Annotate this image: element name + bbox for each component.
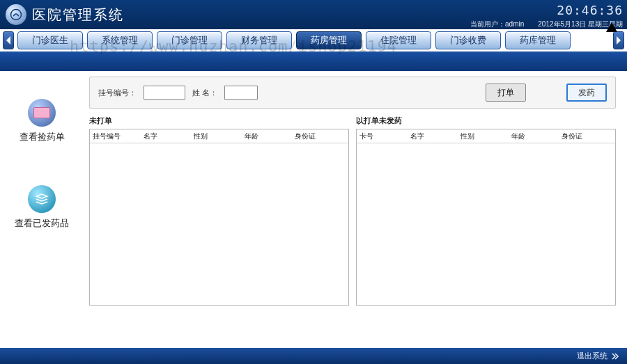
right-grid[interactable]: 卡号名字性别年龄身份证 [356,129,616,306]
column-header: 身份证 [295,132,346,141]
main-tab-strip: 门诊医生系统管理门诊管理财务管理药房管理住院管理门诊收费药库管理 [0,29,627,53]
left-grid[interactable]: 挂号编号名字性别年龄身份证 [89,129,349,306]
clock: 20:46:36 [470,1,623,19]
sub-band [0,53,627,71]
column-header: 性别 [460,132,511,141]
right-grid-header: 卡号名字性别年龄身份证 [357,129,615,143]
main-content: 挂号编号： 姓 名： 打单 发药 未打单 挂号编号名字性别年龄身份证 以打单未发… [84,71,627,348]
column-header: 身份证 [562,132,612,141]
tab-scroll-left-button[interactable] [3,31,14,49]
right-panel: 以打单未发药 卡号名字性别年龄身份证 [356,116,616,306]
current-user: 当前用户：admin [470,19,524,29]
right-panel-caption: 以打单未发药 [356,116,616,126]
status-bar: 退出系统 [0,348,627,364]
column-header: 年龄 [245,132,295,141]
tab-2[interactable]: 门诊管理 [157,31,222,49]
sidebar-item-view-dispensed[interactable]: 查看已发药品 [0,185,84,230]
column-header: 名字 [410,132,461,141]
left-grid-header: 挂号编号名字性别年龄身份证 [90,129,348,143]
title-bar: 医院管理系统 20:46:36 当前用户：admin 2012年5月13日 星期… [0,0,627,29]
workspace: 查看捡药单 查看已发药品 挂号编号： 姓 名： 打单 发药 未打单 挂号编号名字… [0,71,627,348]
tab-4[interactable]: 药房管理 [296,31,362,49]
column-header: 挂号编号 [93,132,144,141]
app-logo-icon [6,4,26,25]
column-header: 性别 [194,132,245,141]
search-form: 挂号编号： 姓 名： 打单 发药 [89,77,616,109]
header-status: 20:46:36 当前用户：admin 2012年5月13日 星期三星期 [470,1,623,29]
name-label: 姓 名： [192,88,217,98]
tab-7[interactable]: 药库管理 [505,31,571,49]
sidebar: 查看捡药单 查看已发药品 [0,71,84,348]
name-input[interactable] [224,86,258,100]
tab-1[interactable]: 系统管理 [87,31,153,49]
tab-scroll-right-button[interactable] [613,31,624,49]
app-title: 医院管理系统 [32,6,124,24]
collapse-up-icon[interactable] [605,21,619,33]
print-button[interactable]: 打单 [486,84,526,102]
sidebar-item-label: 查看捡药单 [0,131,84,143]
sidebar-item-view-pick-list[interactable]: 查看捡药单 [0,99,84,143]
dispense-button[interactable]: 发药 [566,84,607,102]
clipboard-icon [28,99,56,127]
reg-number-label: 挂号编号： [98,88,137,98]
tab-5[interactable]: 住院管理 [366,31,431,49]
column-header: 名字 [144,132,194,141]
tab-3[interactable]: 财务管理 [226,31,292,49]
svg-point-0 [11,10,22,20]
column-header: 年龄 [511,132,562,141]
left-panel: 未打单 挂号编号名字性别年龄身份证 [89,116,349,306]
tab-6[interactable]: 门诊收费 [435,31,501,49]
sidebar-item-label: 查看已发药品 [0,217,84,230]
stack-icon [28,185,56,213]
column-header: 卡号 [359,132,410,141]
chevron-double-right-icon [610,351,620,361]
reg-number-input[interactable] [144,86,185,100]
left-panel-caption: 未打单 [89,116,349,126]
tab-0[interactable]: 门诊医生 [17,31,83,49]
exit-link[interactable]: 退出系统 [577,351,607,361]
